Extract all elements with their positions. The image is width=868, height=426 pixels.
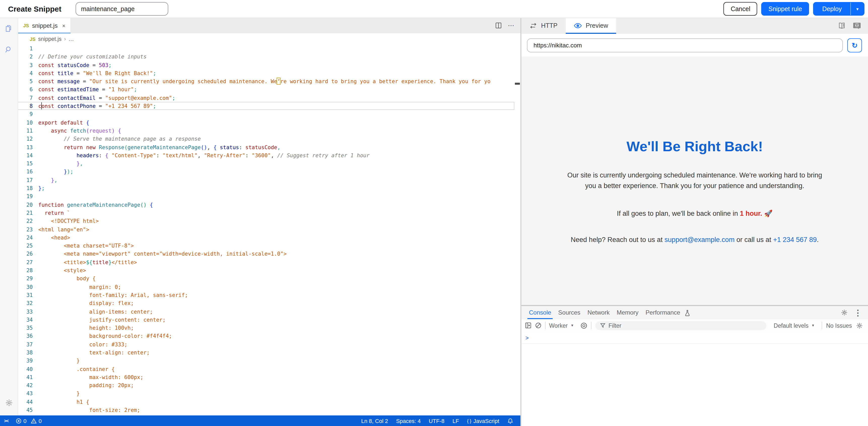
breadcrumb[interactable]: JS snippet.js › … (18, 33, 520, 45)
code-line[interactable]: 18}; (18, 184, 514, 192)
line-number[interactable]: 40 (18, 365, 33, 373)
code-line[interactable]: 43 } (18, 390, 514, 398)
line-number[interactable]: 1 (18, 45, 33, 53)
clear-console-icon[interactable] (535, 322, 541, 329)
context-selector[interactable]: Worker ▾ (546, 322, 577, 329)
line-number[interactable]: 25 (18, 242, 33, 250)
code-line[interactable]: 10export default { (18, 118, 514, 126)
line-number[interactable]: 38 (18, 348, 33, 357)
tab-snippet-js[interactable]: JS snippet.js × (18, 18, 71, 33)
line-number[interactable]: 34 (18, 316, 33, 324)
code-line[interactable]: 7const contactEmail = "support@example.c… (18, 94, 514, 102)
code-line[interactable]: 17 }, (18, 176, 514, 184)
console-prompt[interactable]: > (521, 332, 868, 344)
code-line[interactable]: 25 <meta charset="UTF-8"> (18, 242, 514, 250)
split-editor-icon[interactable] (495, 22, 502, 29)
code-line[interactable]: 9 (18, 110, 514, 118)
line-number[interactable]: 30 (18, 283, 33, 291)
code-line[interactable]: 23<html lang="en"> (18, 225, 514, 233)
code-line[interactable]: 37 color: #333; (18, 340, 514, 348)
code-line[interactable]: 21 return ` (18, 209, 514, 217)
line-number[interactable]: 5 (18, 77, 33, 85)
line-number[interactable]: 12 (18, 135, 33, 143)
breadcrumb-file[interactable]: snippet.js (38, 36, 61, 42)
discord-icon[interactable] (853, 22, 861, 29)
code-line[interactable]: 34 justify-content: center; (18, 316, 514, 324)
line-number[interactable]: 10 (18, 118, 33, 126)
indentation-setting[interactable]: Spaces: 4 (393, 418, 424, 424)
line-number[interactable]: 20 (18, 200, 33, 209)
code-line[interactable]: 27 <title>${title}</title> (18, 258, 514, 266)
line-number[interactable]: 27 (18, 258, 33, 266)
line-number[interactable]: 6 (18, 85, 33, 94)
code-line[interactable]: 14 headers: { "Content-Type": "text/html… (18, 151, 514, 160)
tab-http[interactable]: HTTP (521, 18, 565, 34)
code-line[interactable]: 12 // Serve the maintenance page as a re… (18, 135, 514, 143)
code-line[interactable]: 11 async fetch(request) { (18, 126, 514, 135)
line-number[interactable]: 37 (18, 340, 33, 348)
line-number[interactable]: 45 (18, 406, 33, 414)
line-number[interactable]: 11 (18, 126, 33, 135)
devtools-tab-network[interactable]: Network (584, 306, 613, 319)
encoding-setting[interactable]: UTF-8 (426, 418, 447, 424)
code-line[interactable]: 22 <!DOCTYPE html> (18, 217, 514, 225)
code-line[interactable]: 24 <head> (18, 233, 514, 242)
tab-preview[interactable]: Preview (565, 18, 616, 34)
line-number[interactable]: 14 (18, 151, 33, 160)
line-number[interactable]: 36 (18, 332, 33, 340)
code-line[interactable]: 1 (18, 45, 514, 53)
line-number[interactable]: 24 (18, 233, 33, 242)
line-number[interactable]: 3 (18, 61, 33, 69)
code-line[interactable]: 45 font-size: 2rem; (18, 406, 514, 414)
line-number[interactable]: 8 (18, 102, 33, 110)
line-number[interactable]: 23 (18, 225, 33, 233)
code-line[interactable]: 42 padding: 20px; (18, 381, 514, 390)
code-line[interactable]: 32 display: flex; (18, 299, 514, 307)
tab-close-icon[interactable]: × (62, 23, 65, 28)
code-line[interactable]: 38 text-align: center; (18, 348, 514, 357)
code-line[interactable]: 16 }); (18, 168, 514, 176)
line-number[interactable]: 9 (18, 110, 33, 118)
experiments-beaker-icon[interactable] (685, 306, 690, 319)
line-number[interactable]: 42 (18, 381, 33, 390)
devtools-tab-sources[interactable]: Sources (555, 306, 584, 319)
pane-resize-handle[interactable] (520, 18, 521, 426)
line-number[interactable]: 18 (18, 184, 33, 192)
line-number[interactable]: 28 (18, 266, 33, 275)
code-line[interactable]: 31 font-family: Arial, sans-serif; (18, 291, 514, 299)
devtools-tab-memory[interactable]: Memory (613, 306, 642, 319)
code-line[interactable]: 8const contactPhone = "+1 234 567 89"; (18, 102, 514, 110)
code-line[interactable]: 20function generateMaintenancePage() { (18, 200, 514, 209)
code-line[interactable]: 35 height: 100vh; (18, 324, 514, 332)
eol-setting[interactable]: LF (450, 418, 462, 424)
line-number[interactable]: 13 (18, 143, 33, 151)
log-levels-selector[interactable]: Default levels ▾ (770, 322, 817, 329)
editor-more-actions-icon[interactable]: ⋯ (508, 22, 514, 29)
line-number[interactable]: 15 (18, 159, 33, 168)
remote-indicator-icon[interactable]: >< (0, 416, 12, 426)
devtools-more-menu-icon[interactable]: ⋮ (854, 308, 862, 317)
line-number[interactable]: 2 (18, 53, 33, 61)
line-number[interactable]: 16 (18, 168, 33, 176)
search-icon[interactable] (0, 39, 18, 60)
code-line[interactable]: 2// Define your customizable inputs (18, 53, 514, 61)
line-number[interactable]: 32 (18, 299, 33, 307)
scrollbar-thumb[interactable] (515, 83, 520, 85)
devtools-tab-performance[interactable]: Performance (642, 306, 684, 319)
line-number[interactable]: 19 (18, 192, 33, 201)
snippet-name-input[interactable] (75, 2, 168, 16)
editor-scrollbar[interactable] (514, 45, 520, 416)
line-number[interactable]: 7 (18, 94, 33, 102)
line-number[interactable]: 29 (18, 275, 33, 283)
phone-link[interactable]: +1 234 567 89 (773, 236, 817, 244)
breadcrumb-more[interactable]: … (68, 36, 74, 42)
snippet-rule-button[interactable]: Snippet rule (762, 2, 809, 16)
line-number[interactable]: 44 (18, 398, 33, 406)
code-line[interactable]: 44 h1 { (18, 398, 514, 406)
code-line[interactable]: 26 <meta name="viewport" content="width=… (18, 250, 514, 258)
cancel-button[interactable]: Cancel (724, 2, 757, 16)
code-line[interactable]: 41 max-width: 600px; (18, 373, 514, 381)
line-number[interactable]: 33 (18, 307, 33, 316)
line-number[interactable]: 31 (18, 291, 33, 299)
code-line[interactable]: 30 margin: 0; (18, 283, 514, 291)
